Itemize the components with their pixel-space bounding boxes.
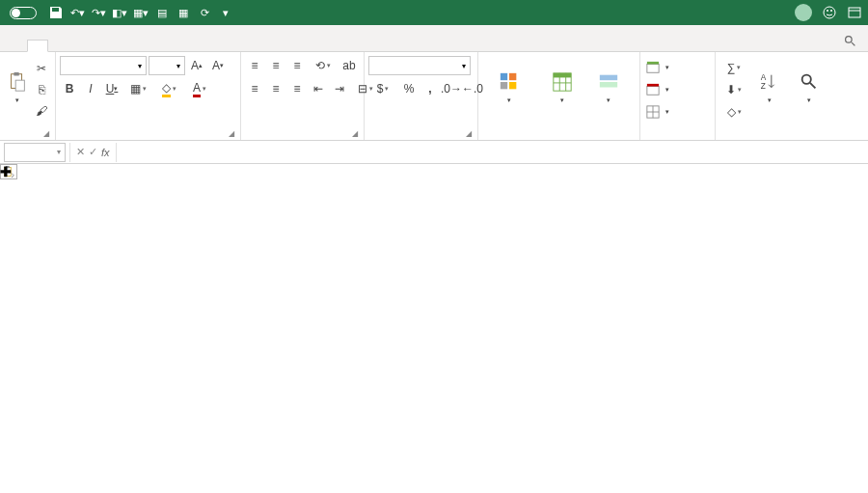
svg-rect-9 (509, 73, 516, 80)
svg-rect-7 (15, 80, 24, 91)
cell-styles-icon (598, 71, 619, 93)
align-right-icon[interactable]: ≡ (287, 79, 307, 98)
tab-pdfelement[interactable] (241, 41, 260, 51)
bold-button[interactable]: B (60, 79, 79, 98)
format-cells-button[interactable]: ▾ (644, 102, 671, 122)
align-middle-icon[interactable]: ≡ (266, 56, 285, 75)
tab-formulas[interactable] (106, 41, 125, 51)
svg-text:Z: Z (760, 82, 765, 91)
svg-point-1 (827, 10, 828, 12)
tab-developer[interactable] (203, 41, 222, 51)
autosave-switch[interactable] (10, 7, 37, 19)
align-top-icon[interactable]: ≡ (245, 56, 264, 75)
align-bottom-icon[interactable]: ≡ (287, 56, 307, 75)
svg-rect-17 (647, 62, 659, 65)
italic-button[interactable]: I (81, 79, 100, 98)
number-launcher[interactable]: ◢ (466, 129, 472, 138)
decrease-font-icon[interactable]: A▾ (208, 56, 228, 75)
svg-rect-24 (5, 168, 12, 177)
insert-cells-button[interactable]: ▾ (644, 58, 671, 77)
wrap-text-icon[interactable]: ab (339, 56, 359, 75)
cell-styles-button[interactable]: ▾ (588, 56, 629, 120)
tab-review[interactable] (164, 41, 183, 51)
find-select-button[interactable]: ▾ (790, 56, 827, 120)
svg-point-0 (824, 7, 835, 18)
clear-button[interactable]: ◇ (719, 102, 748, 122)
qat-icon-4[interactable]: ▦ (176, 5, 191, 20)
ribbon-tabs (0, 25, 868, 52)
increase-decimal-icon[interactable]: .0→ (442, 79, 461, 98)
increase-font-icon[interactable]: A▴ (187, 56, 206, 75)
find-select-icon (799, 71, 820, 93)
conditional-formatting-button[interactable]: ▾ (482, 56, 536, 120)
font-launcher[interactable]: ◢ (229, 129, 234, 138)
redo-icon[interactable]: ↷▾ (91, 5, 106, 20)
autosave-toggle[interactable] (6, 7, 41, 19)
refresh-icon[interactable]: ⟳ (197, 5, 212, 20)
tab-draw[interactable] (68, 41, 87, 51)
decrease-indent-icon[interactable]: ⇤ (309, 79, 328, 98)
group-editing: ∑ ⬇ ◇ AZ ▾ ▾ (716, 52, 831, 140)
percent-button[interactable]: % (399, 79, 419, 98)
ribbon-options-icon[interactable] (847, 5, 862, 20)
user-avatar[interactable] (795, 4, 812, 21)
number-format-select[interactable]: ▾ (368, 56, 471, 75)
tab-home[interactable] (27, 40, 48, 52)
cancel-formula-icon[interactable]: ✕ (76, 146, 85, 158)
format-as-table-button[interactable]: ▾ (538, 56, 586, 120)
qat-icon-1[interactable]: ◧▾ (112, 5, 127, 20)
comma-button[interactable]: , (420, 79, 440, 98)
clipboard-launcher[interactable]: ◢ (43, 129, 49, 138)
tab-file[interactable] (8, 41, 27, 51)
alignment-launcher[interactable]: ◢ (352, 129, 358, 138)
svg-rect-10 (501, 82, 507, 89)
cut-icon[interactable]: ✂ (32, 59, 51, 78)
title-bar: ↶▾ ↷▾ ◧▾ ▦▾ ▤ ▦ ⟳ ▾ (0, 0, 868, 25)
font-color-button[interactable]: A (185, 79, 214, 98)
qat-icon-2[interactable]: ▦▾ (133, 5, 149, 20)
fx-icon[interactable]: fx (101, 147, 110, 158)
svg-rect-19 (647, 84, 659, 87)
accounting-format-button[interactable]: $ (368, 79, 397, 98)
enter-formula-icon[interactable]: ✓ (89, 146, 97, 158)
svg-rect-11 (509, 82, 516, 89)
group-number: ▾ $ % , .0→ ←.0 ◢ (365, 52, 478, 140)
quick-access-toolbar: ↶▾ ↷▾ ◧▾ ▦▾ ▤ ▦ ⟳ ▾ (48, 5, 233, 20)
autosum-button[interactable]: ∑ (719, 58, 748, 77)
delete-cells-button[interactable]: ▾ (644, 80, 671, 99)
qat-icon-3[interactable]: ▤ (154, 5, 170, 20)
tab-timeline[interactable] (145, 41, 164, 51)
orientation-icon[interactable]: ⟲ (309, 56, 338, 75)
face-icon[interactable] (822, 5, 837, 20)
copy-icon[interactable]: ⎘ (32, 80, 51, 99)
format-as-table-icon (552, 71, 573, 93)
tab-insert[interactable] (48, 41, 68, 51)
borders-button[interactable]: ▦ (123, 79, 152, 98)
fill-color-button[interactable]: ◇ (154, 79, 183, 98)
search-icon (844, 35, 856, 47)
undo-icon[interactable]: ↶▾ (69, 5, 85, 20)
sort-filter-button[interactable]: AZ ▾ (750, 56, 788, 120)
svg-rect-14 (600, 75, 617, 81)
tab-help[interactable] (222, 41, 241, 51)
tab-view[interactable] (183, 41, 203, 51)
format-painter-icon[interactable]: 🖌 (32, 101, 51, 121)
align-center-icon[interactable]: ≡ (266, 79, 285, 98)
name-box[interactable]: ▾ (4, 143, 66, 162)
font-size-select[interactable]: ▾ (149, 56, 185, 75)
tab-page-layout[interactable] (87, 41, 106, 51)
fill-button[interactable]: ⬇ (719, 80, 748, 99)
sort-filter-icon: AZ (759, 71, 780, 93)
search-box[interactable] (844, 35, 860, 51)
underline-button[interactable]: U▾ (102, 79, 122, 98)
paste-options-button[interactable] (0, 164, 17, 179)
font-name-select[interactable]: ▾ (60, 56, 147, 75)
qat-more-icon[interactable]: ▾ (218, 5, 233, 20)
svg-rect-16 (647, 65, 659, 73)
paste-button[interactable]: ▾ (4, 56, 30, 120)
group-font: ▾ ▾ A▴ A▾ B I U▾ ▦ ◇ A ◢ (56, 52, 241, 140)
save-icon[interactable] (48, 5, 64, 20)
tab-data[interactable] (125, 41, 145, 51)
align-left-icon[interactable]: ≡ (245, 79, 264, 98)
increase-indent-icon[interactable]: ⇥ (330, 79, 349, 98)
